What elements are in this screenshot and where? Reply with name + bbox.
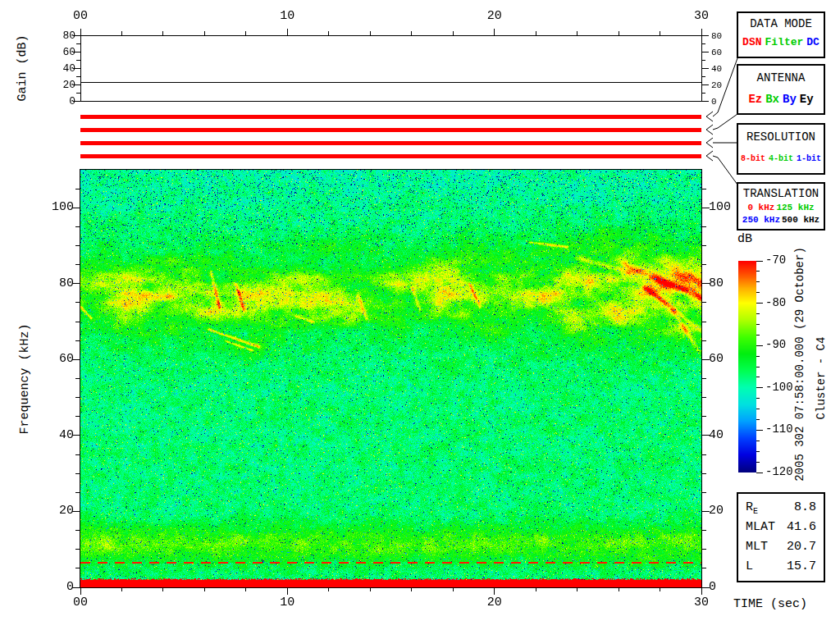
- freq-tick-label-right: 100: [709, 201, 743, 213]
- translation-title: TRANSLATION: [738, 187, 824, 200]
- option-bx: Bx: [765, 93, 779, 106]
- connector-arrowhead: [706, 138, 713, 148]
- time-tick-label-top: 20: [482, 10, 507, 22]
- freq-tick-label-right: 20: [709, 504, 743, 517]
- freq-tick-label-left: 80: [39, 277, 74, 290]
- spacecraft-label: Cluster - C4: [815, 329, 828, 427]
- frequency-axis-title: Frequency (kHz): [18, 313, 31, 445]
- gain-tick-label-left: 0: [43, 95, 75, 107]
- freq-tick-label-right: 0: [709, 581, 743, 593]
- data-mode-box: DATA MODE DSNFilterDC: [737, 11, 825, 58]
- freq-tick-label-left: 0: [39, 581, 74, 593]
- gain-tick-label-left: 40: [43, 62, 75, 75]
- colorbar-tick-label: -80: [765, 297, 801, 309]
- status-bar: [80, 128, 701, 132]
- option-125khz: 125 kHz: [776, 203, 814, 212]
- time-tick-label-top: 10: [275, 10, 299, 22]
- option-dc: DC: [806, 36, 819, 48]
- freq-tick-label-left: 60: [39, 353, 74, 365]
- connector-arrowhead: [706, 125, 713, 135]
- resolution-title: RESOLUTION: [738, 130, 824, 144]
- gain-tick-label-right: 80: [711, 30, 736, 43]
- colorbar-tick-label: -120: [765, 466, 801, 478]
- option-4bit: 4-bit: [769, 154, 793, 163]
- freq-tick-label-left: 40: [39, 429, 74, 441]
- gain-tick-label-left: 80: [43, 30, 75, 42]
- freq-tick-label-left: 20: [39, 504, 74, 517]
- spectrogram-heatmap: [80, 169, 702, 588]
- ephemeris-row-mlt: MLT 20.7: [738, 537, 824, 557]
- time-tick-label-bottom: 00: [68, 596, 93, 609]
- option-dsn: DSN: [742, 36, 761, 48]
- gain-tick-label-right: 40: [711, 63, 736, 75]
- gain-tick-label-left: 20: [43, 79, 75, 91]
- ephemeris-row-l: L 15.7: [738, 557, 824, 577]
- data-mode-options: DSNFilterDC: [738, 36, 824, 48]
- freq-tick-label-right: 40: [709, 429, 743, 441]
- status-bar: [80, 115, 701, 119]
- resolution-box: RESOLUTION 8-bit4-bit1-bit: [737, 123, 825, 175]
- connector-arrowhead: [706, 112, 713, 121]
- ephemeris-label: MLAT: [746, 518, 775, 537]
- option-ey: Ey: [800, 93, 814, 106]
- colorbar-tick-label: -110: [765, 423, 801, 436]
- time-tick-label-bottom: 30: [689, 596, 714, 609]
- ephemeris-box: RE 8.8 MLAT 41.6 MLT 20.7 L 15.7: [737, 492, 825, 582]
- wbd-spectrogram-display: Gain (dB) Frequency (kHz) dB 2005 302 07…: [0, 0, 840, 630]
- option-ez: Ez: [748, 93, 762, 106]
- option-250khz: 250 kHz: [742, 215, 780, 225]
- option-8bit: 8-bit: [741, 154, 765, 163]
- time-tick-label-top: 30: [689, 10, 714, 22]
- resolution-options: 8-bit4-bit1-bit: [738, 154, 824, 163]
- ephemeris-row-re: RE 8.8: [738, 498, 824, 518]
- time-axis-title: TIME (sec): [733, 598, 807, 610]
- translation-row2: 250 kHz500 kHz: [738, 214, 824, 226]
- ephemeris-value: 41.6: [787, 518, 816, 537]
- ephemeris-value: 8.8: [794, 498, 816, 518]
- translation-row1: 0 kHz125 kHz: [738, 202, 824, 214]
- antenna-options: EzBxByEy: [738, 93, 824, 106]
- option-1bit: 1-bit: [797, 154, 821, 163]
- colorbar-tick-label: -70: [765, 254, 801, 267]
- antenna-box: ANTENNA EzBxByEy: [737, 64, 825, 115]
- status-bar: [80, 141, 701, 145]
- time-tick-label-top: 00: [68, 10, 93, 22]
- time-tick-label-bottom: 10: [275, 596, 299, 609]
- data-mode-title: DATA MODE: [738, 17, 824, 30]
- connector-arrowhead: [706, 151, 713, 161]
- gain-tick-label-right: 60: [711, 47, 736, 59]
- timestamp-label: 2005 302 07:58:00.000 (29 October): [793, 241, 806, 487]
- option-filter: Filter: [765, 36, 803, 48]
- freq-tick-label-right: 60: [709, 353, 743, 365]
- translation-box: TRANSLATION 0 kHz125 kHz 250 kHz500 kHz: [737, 182, 825, 231]
- freq-tick-label-right: 80: [709, 277, 743, 290]
- colorbar-tick-label: -90: [765, 339, 801, 351]
- freq-tick-label-left: 100: [39, 201, 74, 213]
- status-bar: [80, 154, 701, 158]
- gain-tick-label-right: 20: [711, 80, 736, 92]
- antenna-title: ANTENNA: [738, 71, 824, 84]
- ephemeris-label: L: [746, 557, 753, 577]
- option-0khz: 0 kHz: [747, 203, 774, 212]
- option-by: By: [783, 93, 797, 106]
- gain-axis-title: Gain (dB): [16, 19, 29, 117]
- translation-options: 0 kHz125 kHz 250 kHz500 kHz: [738, 202, 824, 226]
- ephemeris-label: MLT: [746, 537, 768, 557]
- time-tick-label-bottom: 20: [482, 596, 507, 609]
- ephemeris-value: 20.7: [787, 537, 816, 557]
- gain-tick-label-left: 60: [43, 46, 75, 58]
- colorbar-units-label: dB: [737, 233, 752, 245]
- option-500khz: 500 kHz: [782, 215, 819, 225]
- ephemeris-value: 15.7: [787, 557, 816, 577]
- ephemeris-label: RE: [746, 498, 758, 518]
- gain-tick-label-right: 0: [711, 96, 736, 108]
- colorbar-tick-label: -100: [765, 381, 801, 394]
- connector-line: [713, 156, 737, 185]
- ephemeris-row-mlat: MLAT 41.6: [738, 518, 824, 537]
- connector-line: [713, 114, 737, 130]
